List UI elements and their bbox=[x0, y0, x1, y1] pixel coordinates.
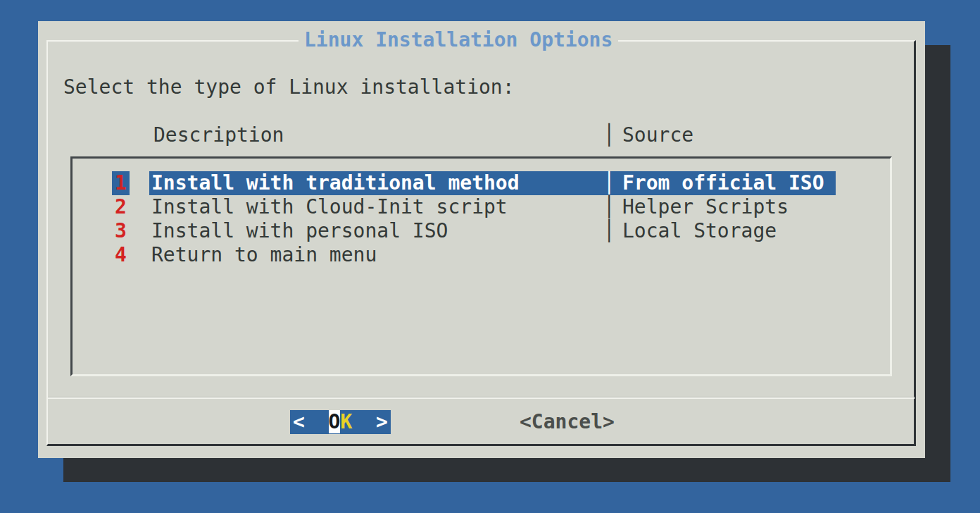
menu-item-3[interactable]: 3 Install with personal ISO │ Local Stor… bbox=[73, 219, 890, 243]
menu-listbox[interactable]: 1 Install with traditional method │ From… bbox=[70, 156, 892, 376]
menu-item-tag: 3 bbox=[112, 219, 130, 243]
column-header-row: Description │ Source bbox=[38, 123, 925, 147]
button-area-separator bbox=[48, 397, 915, 399]
menu-item-description: Install with personal ISO bbox=[151, 219, 448, 243]
ok-button-pre: < bbox=[293, 410, 329, 433]
menu-item-tag: 4 bbox=[112, 243, 130, 267]
column-separator-icon: │ bbox=[603, 123, 615, 147]
cancel-button[interactable]: <Cancel> bbox=[520, 410, 615, 434]
ok-button-cursor-char: O bbox=[329, 410, 341, 433]
column-separator-icon: │ bbox=[603, 171, 615, 195]
dialog-title: Linux Installation Options bbox=[299, 28, 618, 52]
menu-item-tag: 1 bbox=[112, 171, 130, 195]
linux-installation-options-dialog: Linux Installation Options Select the ty… bbox=[38, 21, 925, 458]
ok-button-hotkey-char: K bbox=[340, 410, 352, 433]
column-separator-icon: │ bbox=[603, 195, 615, 219]
menu-item-tag: 2 bbox=[112, 195, 130, 219]
menu-item-body: Install with personal ISO │ Local Storag… bbox=[149, 219, 836, 243]
column-header-description: Description bbox=[153, 123, 284, 147]
menu-item-4[interactable]: 4 Return to main menu bbox=[73, 243, 890, 267]
menu-item-source: From official ISO bbox=[622, 171, 824, 195]
menu-item-body: Return to main menu bbox=[149, 243, 836, 267]
menu-item-body: Install with Cloud-Init script │ Helper … bbox=[149, 195, 836, 219]
button-row: < OK > <Cancel> bbox=[38, 410, 925, 434]
menu-item-source: Helper Scripts bbox=[622, 195, 789, 219]
menu-item-description: Install with Cloud-Init script bbox=[151, 195, 508, 219]
menu-item-1[interactable]: 1 Install with traditional method │ From… bbox=[73, 171, 890, 195]
menu-item-body: Install with traditional method │ From o… bbox=[149, 171, 836, 195]
column-header-source: Source bbox=[622, 123, 693, 147]
prompt-text: Select the type of Linux installation: bbox=[63, 75, 515, 99]
menu-item-description: Return to main menu bbox=[151, 243, 377, 267]
menu-item-description: Install with traditional method bbox=[151, 171, 520, 195]
column-separator-icon: │ bbox=[603, 219, 615, 243]
ok-button-post: > bbox=[352, 410, 388, 433]
menu-item-2[interactable]: 2 Install with Cloud-Init script │ Helpe… bbox=[73, 195, 890, 219]
ok-button[interactable]: < OK > bbox=[290, 410, 391, 434]
menu-item-source: Local Storage bbox=[622, 219, 777, 243]
